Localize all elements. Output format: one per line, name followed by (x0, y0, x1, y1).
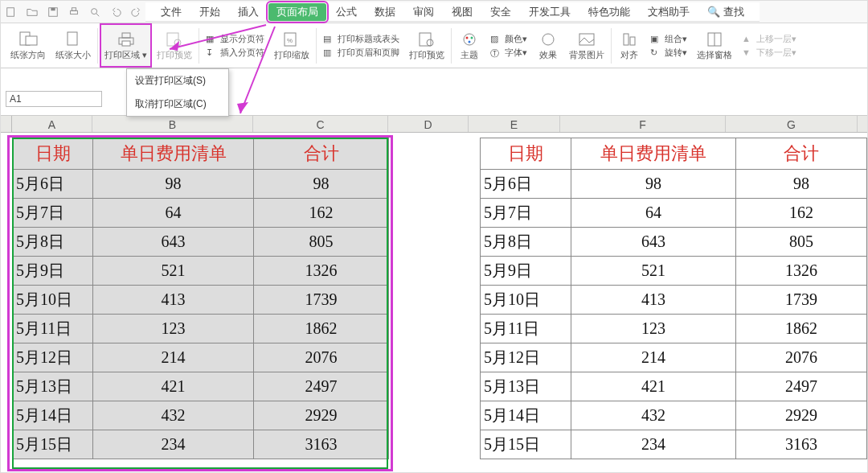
cell-daily[interactable]: 521 (93, 257, 254, 286)
cell-total[interactable]: 2497 (254, 372, 389, 401)
cell-daily[interactable]: 123 (571, 315, 736, 343)
cell-total[interactable]: 1862 (254, 315, 389, 343)
cell-daily[interactable]: 521 (571, 257, 736, 286)
table-row[interactable]: 5月9日5211326 (13, 257, 389, 286)
table-row[interactable]: 5月6日9898 (481, 170, 867, 199)
cell-date[interactable]: 5月14日 (13, 401, 93, 430)
cell-daily[interactable]: 214 (571, 343, 736, 372)
group-button[interactable]: ▣组合 ▾ (649, 32, 689, 46)
table-print-area[interactable]: 日期 单日费用清单 合计 5月6日98985月7日641625月8日643805… (12, 138, 389, 459)
table-row[interactable]: 5月14日4322929 (13, 401, 389, 430)
cell-total[interactable]: 2929 (735, 401, 866, 430)
cell-daily[interactable]: 643 (571, 228, 736, 257)
cell-date[interactable]: 5月15日 (13, 430, 93, 459)
table-row[interactable]: 5月15日2343163 (13, 430, 389, 459)
cell-date[interactable]: 5月12日 (13, 343, 93, 372)
cell-date[interactable]: 5月8日 (13, 228, 93, 257)
col-B[interactable]: B (92, 116, 253, 132)
tab-developer[interactable]: 开发工具 (521, 3, 579, 21)
cell-date[interactable]: 5月7日 (481, 199, 571, 228)
tab-view[interactable]: 视图 (444, 3, 481, 21)
tab-page-layout[interactable]: 页面布局 (268, 3, 326, 21)
align-button[interactable]: 对齐 (613, 23, 645, 68)
cell-date[interactable]: 5月15日 (481, 430, 571, 459)
cell-daily[interactable]: 432 (571, 401, 736, 430)
effects-button[interactable]: 效果 (532, 23, 564, 68)
cell-daily[interactable]: 421 (571, 372, 736, 401)
cell-total[interactable]: 98 (254, 170, 389, 199)
cell-total[interactable]: 3163 (735, 430, 866, 459)
cell-daily[interactable]: 64 (571, 199, 736, 228)
cell-date[interactable]: 5月7日 (13, 199, 93, 228)
cell-total[interactable]: 98 (735, 170, 866, 199)
cell-daily[interactable]: 98 (93, 170, 254, 199)
cell-daily[interactable]: 413 (571, 286, 736, 315)
qat-redo-icon[interactable] (131, 6, 145, 18)
qat-undo-icon[interactable] (110, 6, 125, 18)
print-titles-button[interactable]: ▤打印标题或表头 (321, 32, 401, 46)
cell-total[interactable]: 1862 (735, 315, 866, 343)
cell-total[interactable]: 1326 (254, 257, 389, 286)
selection-pane-button[interactable]: 选择窗格 (692, 23, 737, 68)
tab-security[interactable]: 安全 (482, 3, 519, 21)
table-row[interactable]: 5月7日64162 (13, 199, 389, 228)
col-E[interactable]: E (469, 116, 560, 132)
tab-review[interactable]: 审阅 (405, 3, 442, 21)
cell-date[interactable]: 5月6日 (13, 170, 93, 199)
cell-date[interactable]: 5月8日 (481, 228, 571, 257)
table-row[interactable]: 5月8日643805 (13, 228, 389, 257)
cell-date[interactable]: 5月10日 (481, 286, 571, 315)
cell-total[interactable]: 2076 (735, 343, 866, 372)
qat-preview-icon[interactable] (89, 6, 104, 18)
tab-file[interactable]: 文件 (153, 3, 190, 21)
tab-home[interactable]: 开始 (191, 3, 228, 21)
cell-daily[interactable]: 123 (93, 315, 254, 343)
qat-print-icon[interactable] (68, 6, 83, 18)
header-footer-button[interactable]: ▥打印页眉和页脚 (321, 46, 401, 60)
colors-button[interactable]: ▨颜色 ▾ (489, 32, 529, 46)
tab-insert[interactable]: 插入 (230, 3, 267, 21)
cell-date[interactable]: 5月6日 (481, 170, 571, 199)
table-row[interactable]: 5月10日4131739 (481, 286, 867, 315)
table-row[interactable]: 5月9日5211326 (481, 257, 867, 286)
cancel-print-area-item[interactable]: 取消打印区域(C) (127, 93, 228, 116)
print-preview2-button[interactable]: 打印预览 (404, 23, 449, 68)
cell-date[interactable]: 5月13日 (481, 372, 571, 401)
cell-date[interactable]: 5月11日 (13, 315, 93, 343)
cell-total[interactable]: 162 (735, 199, 866, 228)
cell-total[interactable]: 1739 (735, 286, 866, 315)
table-row[interactable]: 5月10日4131739 (13, 286, 389, 315)
table-row[interactable]: 5月8日643805 (481, 228, 867, 257)
cell-daily[interactable]: 234 (93, 430, 254, 459)
cell-daily[interactable]: 413 (93, 286, 254, 315)
cell-total[interactable]: 805 (735, 228, 866, 257)
print-scale-button[interactable]: % 打印缩放 (269, 23, 314, 68)
table-row[interactable]: 5月7日64162 (481, 199, 867, 228)
col-C[interactable]: C (253, 116, 388, 132)
table-row[interactable]: 5月13日4212497 (13, 372, 389, 401)
cell-total[interactable]: 3163 (254, 430, 389, 459)
cell-total[interactable]: 1739 (254, 286, 389, 315)
cell-daily[interactable]: 64 (93, 199, 254, 228)
table-row[interactable]: 5月15日2343163 (481, 430, 867, 459)
col-A[interactable]: A (12, 116, 92, 132)
cell-daily[interactable]: 98 (571, 170, 736, 199)
table-right[interactable]: 日期 单日费用清单 合计 5月6日98985月7日641625月8日643805… (480, 138, 867, 459)
cell-daily[interactable]: 234 (571, 430, 736, 459)
cell-date[interactable]: 5月10日 (13, 286, 93, 315)
cell-total[interactable]: 2497 (735, 372, 866, 401)
show-breaks-button[interactable]: ▦显示分页符 (204, 32, 266, 46)
cell-date[interactable]: 5月9日 (481, 257, 571, 286)
qat-save-icon[interactable] (47, 6, 62, 18)
insert-break-button[interactable]: ↧插入分页符 (204, 46, 266, 60)
cell-daily[interactable]: 421 (93, 372, 254, 401)
name-box[interactable] (6, 91, 102, 107)
cell-total[interactable]: 805 (254, 228, 389, 257)
cell-date[interactable]: 5月9日 (13, 257, 93, 286)
paper-orient-button[interactable]: 纸张方向 (6, 23, 51, 68)
cell-total[interactable]: 2076 (254, 343, 389, 372)
qat-new-icon[interactable] (6, 6, 20, 18)
fonts-button[interactable]: Ⓣ字体 ▾ (489, 46, 529, 60)
tab-formulas[interactable]: 公式 (328, 3, 365, 21)
cell-total[interactable]: 2929 (254, 401, 389, 430)
